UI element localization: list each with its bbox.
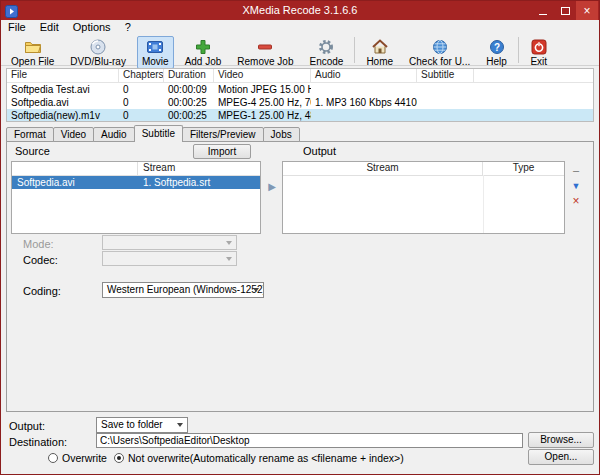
window-controls: × (532, 1, 598, 20)
cell-chapters: 0 (119, 96, 164, 109)
power-icon (530, 38, 548, 56)
destination-input[interactable] (96, 433, 523, 448)
remove-stream-button[interactable]: – (569, 164, 583, 177)
chevron-down-icon (177, 423, 183, 427)
plus-icon (194, 38, 212, 56)
tab-subtitle[interactable]: Subtitle (134, 125, 183, 142)
movie-icon (146, 38, 164, 56)
output-stream-column-header[interactable]: Stream (283, 162, 483, 175)
mode-combobox (102, 235, 237, 250)
output-type-column-header[interactable]: Type (483, 162, 564, 175)
add-stream-arrow-button[interactable]: ▶ (265, 180, 279, 193)
coding-label: Coding: (23, 285, 61, 297)
cell-audio (311, 83, 417, 96)
menu-options[interactable]: Options (66, 20, 118, 35)
column-header-subtitle[interactable]: Subtitle (417, 69, 474, 82)
move-down-button[interactable]: ▼ (569, 180, 583, 193)
tab-format[interactable]: Format (6, 127, 54, 142)
cell-audio: 1. MP3 160 Kbps 44100 H... (311, 96, 417, 109)
minimize-icon (539, 14, 547, 15)
remove-job-button[interactable]: Remove Job (232, 36, 298, 69)
cell-audio (311, 109, 417, 122)
overwrite-radio[interactable] (48, 453, 58, 463)
codec-combobox (102, 251, 237, 266)
dvd-bluray-button[interactable]: DVD/Blu-ray (65, 36, 131, 69)
column-header-file[interactable]: File (7, 69, 119, 82)
delete-stream-button[interactable]: × (569, 195, 583, 208)
not-overwrite-label: Not overwrite(Automatically rename as <f… (128, 452, 404, 464)
source-stream-table[interactable]: Stream Softpedia.avi 1. Softpedia.srt (11, 161, 261, 234)
cell-video: MPEG-1 25.00 Hz, 480 x 5... (214, 109, 311, 122)
source-stream-column-header[interactable]: Stream (138, 162, 260, 175)
add-job-button[interactable]: Add Job (180, 36, 227, 69)
title-bar: XMedia Recode 3.1.6.6 × (1, 1, 599, 20)
source-group-label: Source (15, 145, 50, 157)
movie-button[interactable]: Movie (137, 36, 174, 69)
source-file-column-header[interactable] (12, 162, 138, 175)
file-row-selected[interactable]: Softpedia(new).m1v 0 00:00:25 MPEG-1 25.… (7, 109, 593, 122)
cell-chapters: 0 (119, 83, 164, 96)
output-group-label: Output (303, 145, 336, 157)
check-updates-button[interactable]: Check for U... (404, 36, 475, 69)
cell-duration: 00:00:09 (164, 83, 214, 96)
minus-icon (256, 38, 274, 56)
menu-help[interactable]: ? (118, 20, 138, 35)
help-button[interactable]: ? Help (481, 36, 512, 69)
menu-file[interactable]: File (1, 20, 33, 35)
source-row-stream: 1. Softpedia.srt (138, 176, 260, 189)
tab-audio[interactable]: Audio (93, 127, 135, 142)
tab-strip: Format Video Audio Subtitle Filters/Prev… (6, 126, 300, 142)
cell-file: Softpedia Test.avi (7, 83, 119, 96)
subtitle-panel: Source Import Output Stream Softpedia.av… (6, 141, 594, 412)
coding-value: Western European (Windows-1252) (107, 284, 264, 295)
cell-subtitle (417, 96, 474, 109)
cell-file: Softpedia.avi (7, 96, 119, 109)
source-table-header: Stream (12, 162, 260, 176)
minimize-button[interactable] (532, 1, 554, 20)
codec-label: Codec: (23, 254, 58, 266)
encode-button[interactable]: Encode (304, 36, 348, 69)
tab-video[interactable]: Video (53, 127, 94, 142)
tab-jobs[interactable]: Jobs (263, 127, 300, 142)
close-button[interactable]: × (576, 1, 598, 20)
menu-bar: File Edit Options ? (1, 20, 599, 35)
output-mode-combobox[interactable]: Save to folder (96, 417, 188, 433)
cell-duration: 00:00:25 (164, 109, 214, 122)
output-stream-table[interactable]: Stream Type (282, 161, 565, 234)
column-header-audio[interactable]: Audio (311, 69, 417, 82)
exit-button[interactable]: Exit (525, 36, 553, 69)
file-row[interactable]: Softpedia Test.avi 0 00:00:09 Motion JPE… (7, 83, 593, 96)
output-mode-value: Save to folder (101, 419, 163, 430)
window-title: XMedia Recode 3.1.6.6 (1, 1, 599, 20)
source-stream-row[interactable]: Softpedia.avi 1. Softpedia.srt (12, 176, 260, 189)
coding-combobox[interactable]: Western European (Windows-1252) (102, 282, 264, 298)
cell-file: Softpedia(new).m1v (7, 109, 119, 122)
open-file-button[interactable]: Open File (6, 36, 59, 69)
overwrite-label: Overwrite (62, 452, 107, 464)
import-button[interactable]: Import (193, 144, 251, 159)
column-header-duration[interactable]: Duration (164, 69, 214, 82)
browse-button[interactable]: Browse... (528, 432, 594, 448)
column-header-chapters[interactable]: Chapters (119, 69, 164, 82)
home-button[interactable]: Home (361, 36, 398, 69)
column-header-video[interactable]: Video (214, 69, 311, 82)
not-overwrite-radio[interactable] (114, 453, 124, 463)
cell-subtitle (417, 83, 474, 96)
cell-subtitle (417, 109, 474, 122)
toolbar-separator (354, 37, 355, 63)
file-row[interactable]: Softpedia.avi 0 00:00:25 MPEG-4 25.00 Hz… (7, 96, 593, 109)
open-button[interactable]: Open... (528, 449, 594, 465)
file-list: File Chapters Duration Video Audio Subti… (6, 68, 594, 122)
menu-edit[interactable]: Edit (33, 20, 66, 35)
maximize-button[interactable] (554, 1, 576, 20)
output-label: Output: (9, 420, 45, 432)
globe-icon (431, 38, 449, 56)
help-icon: ? (488, 38, 506, 56)
chevron-down-icon (226, 241, 232, 245)
output-table-header: Stream Type (283, 162, 564, 176)
chevron-down-icon (226, 257, 232, 261)
disc-icon (89, 38, 107, 56)
cell-video: Motion JPEG 15.00 Hz, 32... (214, 83, 311, 96)
tab-filters-preview[interactable]: Filters/Preview (182, 127, 264, 142)
gear-icon (317, 38, 335, 56)
